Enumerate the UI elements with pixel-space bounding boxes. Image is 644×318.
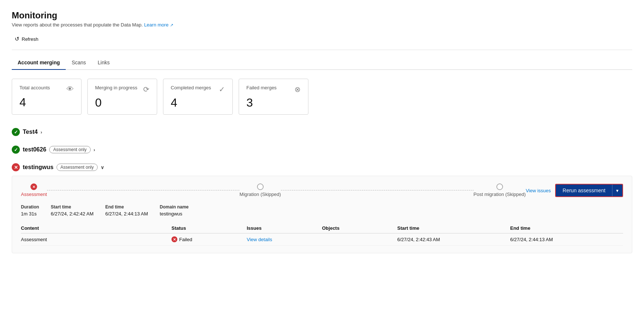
external-link-icon: ↗	[170, 23, 173, 27]
rerun-button-group: Rerun assessment ▾	[555, 184, 623, 197]
account-name-test4: Test4	[23, 129, 38, 135]
tab-account-merging[interactable]: Account merging	[12, 56, 66, 70]
stat-label-completed-merges: Completed merges	[171, 85, 211, 90]
expand-section-testingwus: ✕ Assessment Migration (Skipped) Post	[12, 176, 632, 253]
error-icon-testingwus: ✕	[12, 163, 20, 171]
toolbar: ↺ Refresh	[12, 34, 632, 44]
step-error-icon-assessment: ✕	[31, 184, 36, 190]
row-status: ✕ Failed	[171, 236, 247, 242]
pipeline-steps: ✕ Assessment Migration (Skipped) Post	[21, 183, 526, 197]
meta-row: Duration 1m 31s Start time 6/27/24, 2:42…	[21, 204, 623, 217]
meta-start-time: Start time 6/27/24, 2:42:42 AM	[51, 204, 93, 217]
refresh-icon: ↺	[15, 36, 19, 42]
step-dot-postmigration	[496, 183, 503, 190]
pipeline-step-migration: Migration (Skipped)	[239, 183, 281, 197]
assessment-only-badge-testingwus: Assessment only	[57, 164, 98, 171]
stat-value-completed-merges: 4	[171, 97, 225, 108]
pipeline-line-1	[47, 190, 240, 190]
stat-value-total-accounts: 4	[19, 96, 74, 108]
stat-card-failed-merges: Failed merges ⊗ 3	[239, 79, 308, 115]
account-name-testingwus: testingwus	[23, 164, 54, 171]
detail-table: Content Status Issues Objects Start time…	[21, 223, 623, 246]
view-issues-link[interactable]: View issues	[526, 188, 551, 193]
stat-label-merging-progress: Merging in progress	[95, 85, 137, 90]
col-header-starttime: Start time	[397, 225, 510, 231]
meta-domain-name: Domain name testingwus	[160, 204, 189, 217]
account-item-test0626: ✓ test0626 Assessment only ›	[12, 143, 632, 157]
success-icon-test4: ✓	[12, 128, 20, 136]
step-dot-assessment: ✕	[30, 183, 37, 190]
stat-value-merging-progress: 0	[95, 97, 149, 108]
status-label: Failed	[179, 237, 192, 242]
col-header-endtime: End time	[510, 225, 623, 231]
status-error-icon: ✕	[171, 236, 177, 242]
tab-links[interactable]: Links	[92, 56, 116, 70]
step-dot-migration	[257, 183, 264, 190]
meta-end-time: End time 6/27/24, 2:44:13 AM	[105, 204, 148, 217]
col-header-status: Status	[171, 225, 247, 231]
tabs-bar: Account merging Scans Links	[12, 56, 632, 70]
pipeline-step-assessment: ✕ Assessment	[21, 183, 47, 197]
sync-icon: ⟳	[143, 85, 149, 94]
x-circle-icon: ⊗	[294, 85, 301, 94]
account-name-test0626: test0626	[23, 146, 46, 153]
table-header-row: Content Status Issues Objects Start time…	[21, 223, 623, 233]
account-row-test4[interactable]: ✓ Test4 ›	[12, 125, 632, 139]
row-endtime: 6/27/24, 2:44:13 AM	[510, 237, 623, 242]
col-header-content: Content	[21, 225, 171, 231]
page-title: Monitoring	[12, 10, 632, 21]
success-icon-test0626: ✓	[12, 146, 20, 154]
row-starttime: 6/27/24, 2:42:43 AM	[397, 237, 510, 242]
chevron-down-icon-testingwus: ∨	[101, 165, 104, 170]
eye-icon: 👁	[66, 85, 74, 93]
step-label-migration: Migration (Skipped)	[239, 192, 281, 197]
page-subtitle: View reports about the processes that po…	[12, 22, 632, 28]
stat-label-total-accounts: Total accounts	[19, 85, 50, 90]
account-item-test4: ✓ Test4 ›	[12, 125, 632, 139]
tab-scans[interactable]: Scans	[66, 56, 92, 70]
assessment-only-badge-test0626: Assessment only	[49, 146, 91, 153]
page-container: Monitoring View reports about the proces…	[0, 0, 644, 318]
pipeline-row: ✕ Assessment Migration (Skipped) Post	[21, 183, 623, 197]
learn-more-link[interactable]: Learn more	[144, 22, 168, 28]
chevron-right-icon-test0626: ›	[94, 147, 95, 153]
col-header-issues: Issues	[247, 225, 322, 231]
account-row-test0626[interactable]: ✓ test0626 Assessment only ›	[12, 143, 632, 157]
stat-card-merging-progress: Merging in progress ⟳ 0	[87, 79, 157, 115]
refresh-button[interactable]: ↺ Refresh	[12, 34, 41, 44]
rerun-dropdown-button[interactable]: ▾	[612, 185, 622, 196]
step-label-postmigration: Post migration (Skipped)	[474, 192, 526, 197]
stat-value-failed-merges: 3	[246, 97, 301, 108]
rerun-assessment-button[interactable]: Rerun assessment	[556, 185, 612, 196]
account-row-testingwus[interactable]: ✕ testingwus Assessment only ∨	[12, 160, 632, 174]
col-header-objects: Objects	[322, 225, 397, 231]
table-row: Assessment ✕ Failed View details 6/27/24…	[21, 233, 623, 246]
pipeline-line-2	[281, 190, 474, 190]
stat-card-total-accounts: Total accounts 👁 4	[12, 79, 82, 115]
meta-duration: Duration 1m 31s	[21, 204, 39, 217]
pipeline-step-postmigration: Post migration (Skipped)	[474, 183, 526, 197]
view-details-link[interactable]: View details	[247, 237, 272, 242]
toolbar-divider	[12, 50, 632, 50]
check-circle-icon: ✓	[219, 85, 225, 94]
stat-card-completed-merges: Completed merges ✓ 4	[163, 79, 233, 115]
pipeline-actions: View issues Rerun assessment ▾	[526, 184, 623, 197]
step-label-assessment: Assessment	[21, 192, 47, 197]
row-content: Assessment	[21, 237, 171, 242]
row-issues: View details	[247, 237, 322, 242]
chevron-right-icon-test4: ›	[41, 129, 42, 135]
stats-row: Total accounts 👁 4 Merging in progress ⟳…	[12, 79, 632, 115]
account-item-testingwus: ✕ testingwus Assessment only ∨ ✕ Assessm…	[12, 160, 632, 253]
stat-label-failed-merges: Failed merges	[246, 85, 276, 90]
